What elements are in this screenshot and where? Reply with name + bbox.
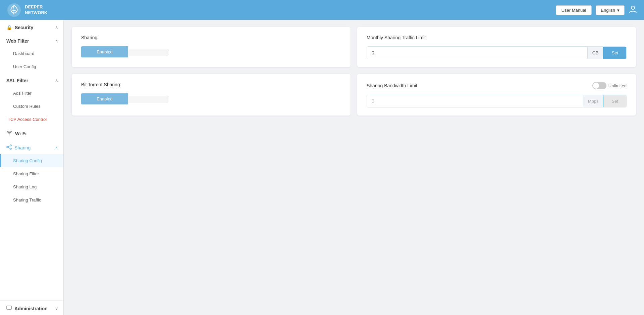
- header: DEEPER NETWORK User Manual English ▾: [0, 0, 644, 20]
- bittorrent-toggle-row: Enabled: [81, 93, 341, 104]
- language-label: English: [601, 8, 615, 13]
- svg-rect-8: [7, 306, 11, 309]
- web-filter-chevron: ∧: [55, 39, 58, 43]
- sharing-disabled-button[interactable]: [128, 49, 168, 55]
- sidebar-item-ssl-filter[interactable]: SSL Filter ∧: [0, 73, 63, 87]
- sidebar: 🔒 Security ∧ Web Filter ∧ Dashboard User…: [0, 20, 64, 315]
- header-right: User Manual English ▾: [556, 5, 637, 15]
- svg-point-3: [10, 145, 11, 146]
- main-layout: 🔒 Security ∧ Web Filter ∧ Dashboard User…: [0, 20, 644, 315]
- monthly-limit-input-row: GB Set: [367, 46, 627, 59]
- monthly-limit-unit: GB: [587, 47, 603, 59]
- bandwidth-unit: Mbps: [583, 95, 603, 107]
- sidebar-item-dashboard[interactable]: Dashboard: [0, 47, 63, 60]
- svg-point-4: [7, 146, 8, 148]
- sidebar-item-sharing-config[interactable]: Sharing Config: [0, 154, 63, 167]
- ssl-filter-chevron: ∧: [55, 78, 58, 83]
- sidebar-item-web-filter[interactable]: Web Filter ∧: [0, 34, 63, 47]
- sidebar-item-wifi[interactable]: Wi-Fi: [0, 126, 63, 140]
- language-selector[interactable]: English ▾: [596, 5, 625, 15]
- sidebar-item-sharing-log[interactable]: Sharing Log: [0, 180, 63, 193]
- admin-chevron: ∨: [55, 306, 58, 311]
- bittorrent-card: Bit Torrent Sharing: Enabled: [72, 74, 351, 116]
- user-profile-button[interactable]: [629, 5, 637, 15]
- bittorrent-card-title: Bit Torrent Sharing:: [81, 82, 341, 87]
- bandwidth-input[interactable]: [367, 95, 583, 107]
- monitor-icon: [6, 305, 12, 312]
- monthly-limit-set-button[interactable]: Set: [603, 47, 626, 59]
- svg-line-6: [8, 146, 10, 147]
- top-cards-row: Sharing: Enabled Monthly Sharing Traffic…: [72, 27, 636, 67]
- bittorrent-enabled-button[interactable]: Enabled: [81, 93, 128, 104]
- sidebar-item-tcp-access[interactable]: TCP Access Control: [0, 113, 63, 126]
- bandwidth-input-row: Mbps Set: [367, 95, 627, 107]
- sidebar-item-custom-rules[interactable]: Custom Rules: [0, 100, 63, 113]
- svg-point-5: [10, 148, 11, 149]
- sidebar-item-sharing[interactable]: Sharing ∧: [0, 140, 63, 154]
- wifi-icon: [6, 131, 12, 136]
- language-chevron: ▾: [617, 8, 620, 13]
- sidebar-item-ads-filter[interactable]: Ads Filter: [0, 87, 63, 100]
- logo-title: DEEPER NETWORK: [25, 4, 47, 16]
- sidebar-item-security[interactable]: 🔒 Security ∧: [0, 20, 63, 34]
- sidebar-item-user-config[interactable]: User Config: [0, 60, 63, 73]
- unlimited-toggle-switch[interactable]: [592, 82, 606, 89]
- bittorrent-disabled-button[interactable]: [128, 96, 168, 102]
- user-manual-button[interactable]: User Manual: [556, 5, 592, 15]
- monthly-limit-card: Monthly Sharing Traffic Limit GB Set: [357, 27, 636, 67]
- user-icon: [629, 5, 637, 13]
- sidebar-item-administration[interactable]: Administration ∨: [0, 301, 63, 315]
- svg-point-1: [631, 6, 635, 9]
- sidebar-item-sharing-traffic[interactable]: Sharing Traffic: [0, 193, 63, 207]
- sharing-icon: [6, 144, 12, 151]
- sharing-chevron: ∧: [55, 145, 58, 150]
- sharing-toggle-row: Enabled: [81, 46, 341, 57]
- sharing-card-title: Sharing:: [81, 35, 341, 40]
- svg-point-2: [9, 135, 10, 136]
- bandwidth-card: Sharing Bandwidth Limit Unlimited Mbps S…: [357, 74, 636, 116]
- monthly-limit-input[interactable]: [367, 47, 587, 59]
- bottom-cards-row: Bit Torrent Sharing: Enabled Sharing Ban…: [72, 74, 636, 116]
- sidebar-item-sharing-filter[interactable]: Sharing Filter: [0, 167, 63, 180]
- deeper-network-logo: [7, 3, 21, 17]
- bandwidth-set-button[interactable]: Set: [603, 95, 626, 107]
- sharing-card: Sharing: Enabled: [72, 27, 351, 67]
- security-chevron: ∧: [55, 25, 58, 30]
- sharing-enabled-button[interactable]: Enabled: [81, 46, 128, 57]
- lock-icon: 🔒: [6, 25, 12, 30]
- main-content: Sharing: Enabled Monthly Sharing Traffic…: [64, 20, 644, 315]
- unlimited-toggle-area: Unlimited: [592, 82, 627, 89]
- svg-line-7: [8, 147, 10, 148]
- unlimited-label: Unlimited: [608, 83, 627, 88]
- sidebar-bottom: Administration ∨: [0, 300, 63, 315]
- logo-area: DEEPER NETWORK: [7, 3, 70, 17]
- bandwidth-card-title: Sharing Bandwidth Limit: [367, 83, 417, 88]
- monthly-limit-title: Monthly Sharing Traffic Limit: [367, 35, 627, 40]
